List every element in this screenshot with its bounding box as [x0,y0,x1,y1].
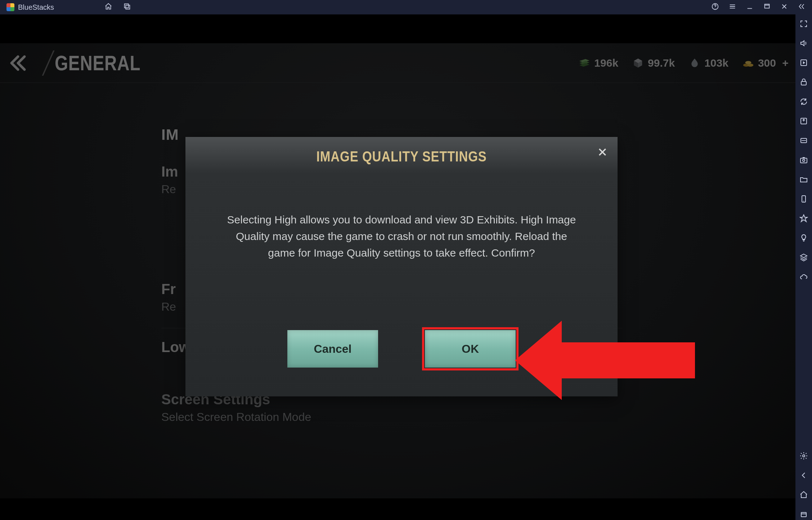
bluestacks-logo-icon [6,3,14,11]
svg-point-3 [715,8,715,8]
screenshot-icon[interactable] [799,156,808,166]
svg-rect-9 [800,158,807,163]
svg-point-13 [803,455,805,457]
minimize-icon[interactable] [746,3,754,12]
maximize-icon[interactable] [763,3,771,12]
game-screen: GENERAL 196k 99.7k 103k [0,43,795,498]
collapse-sidebar-icon[interactable] [798,3,806,12]
svg-rect-4 [765,4,770,8]
cancel-button[interactable]: Cancel [287,330,378,368]
svg-rect-14 [801,512,806,517]
image-quality-modal: IMAGE QUALITY SETTINGS Selecting High al… [185,137,618,396]
device-icon[interactable] [799,195,808,205]
modal-title: IMAGE QUALITY SETTINGS [216,148,587,165]
svg-rect-0 [125,4,129,8]
menu-icon[interactable] [728,3,736,12]
ok-button[interactable]: OK [425,330,516,368]
home-nav-icon[interactable] [799,490,808,501]
modal-actions: Cancel OK [185,330,618,368]
home-icon[interactable] [104,3,112,12]
close-window-icon[interactable] [780,3,788,12]
apk-icon[interactable] [799,136,808,146]
volume-icon[interactable] [799,39,808,49]
play-icon[interactable] [799,58,808,68]
bluestacks-side-toolbar [795,14,812,520]
bluestacks-titlebar: BlueStacks [0,0,812,14]
sync-icon[interactable] [799,97,808,107]
game-viewport: GENERAL 196k 99.7k 103k [0,14,795,520]
cloud-icon[interactable] [799,272,808,283]
svg-point-10 [803,159,805,161]
location-icon[interactable] [799,214,808,224]
svg-point-12 [803,201,804,201]
settings-icon[interactable] [799,452,808,462]
svg-rect-1 [126,5,130,9]
fullscreen-icon[interactable] [799,19,808,30]
tips-icon[interactable] [799,234,808,244]
app-root: BlueStacks [0,0,812,520]
lock-icon[interactable] [799,78,808,88]
help-icon[interactable] [711,3,719,12]
overview-icon[interactable] [799,510,808,520]
app-name: BlueStacks [18,3,54,12]
recent-apps-icon[interactable] [123,3,131,12]
back-icon[interactable] [799,471,808,481]
layers-icon[interactable] [799,253,808,263]
folder-icon[interactable] [799,175,808,185]
svg-rect-6 [801,81,806,85]
export-icon[interactable] [799,117,808,127]
close-icon[interactable] [595,145,610,159]
ok-button-label: OK [462,342,479,356]
bluestacks-logo: BlueStacks [6,3,54,12]
cancel-button-label: Cancel [314,342,352,356]
modal-body: Selecting High allows you to download an… [185,212,618,261]
